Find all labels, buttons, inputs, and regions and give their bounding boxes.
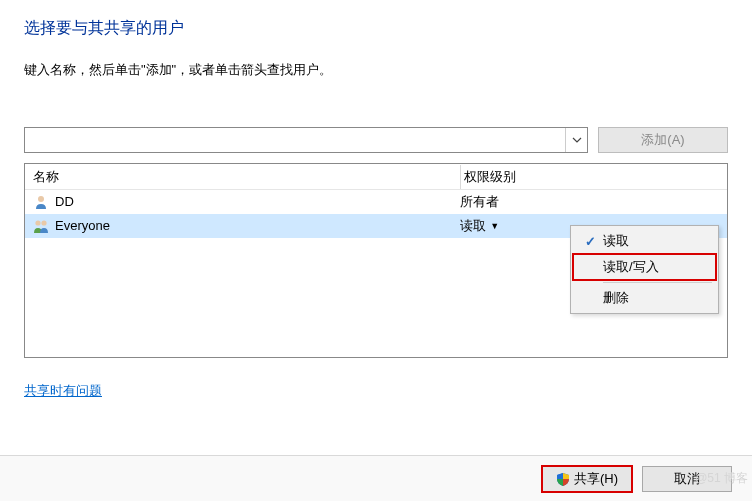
cancel-button[interactable]: 取消 <box>642 466 732 492</box>
menu-item-readwrite[interactable]: 读取/写入 <box>573 254 716 280</box>
help-link[interactable]: 共享时有问题 <box>24 382 102 400</box>
instruction-text: 键入名称，然后单击"添加"，或者单击箭头查找用户。 <box>24 61 728 79</box>
share-button[interactable]: 共享(H) <box>542 466 632 492</box>
group-icon <box>33 218 49 234</box>
column-header-name[interactable]: 名称 <box>25 164 460 189</box>
menu-item-read[interactable]: ✓ 读取 <box>573 228 716 254</box>
check-icon: ✓ <box>581 234 599 249</box>
svg-point-0 <box>38 196 44 202</box>
svg-point-1 <box>35 220 40 225</box>
menu-separator <box>603 282 712 283</box>
menu-item-remove[interactable]: 删除 <box>573 285 716 311</box>
user-icon <box>33 194 49 210</box>
user-input[interactable] <box>25 128 565 152</box>
row-name: DD <box>55 190 74 214</box>
dropdown-arrow-icon: ▼ <box>490 214 499 238</box>
add-button: 添加(A) <box>598 127 728 153</box>
page-title: 选择要与其共享的用户 <box>24 18 728 39</box>
table-row[interactable]: DD 所有者 <box>25 190 727 214</box>
footer-bar: 共享(H) 取消 <box>0 455 752 501</box>
row-permission: 所有者 <box>460 190 727 214</box>
svg-point-2 <box>41 220 46 225</box>
column-header-permission[interactable]: 权限级别 <box>460 164 727 189</box>
user-combobox[interactable] <box>24 127 588 153</box>
permission-menu: ✓ 读取 读取/写入 删除 <box>570 225 719 314</box>
row-name: Everyone <box>55 214 110 238</box>
chevron-down-icon[interactable] <box>565 128 587 152</box>
shield-icon <box>556 472 570 486</box>
